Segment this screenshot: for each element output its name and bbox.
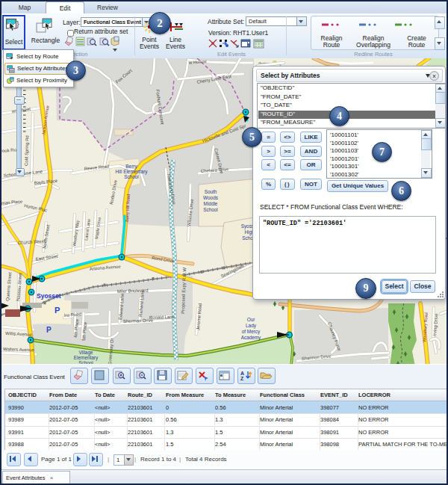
- svg-text:Lady: Lady: [246, 323, 257, 329]
- svg-text:School: School: [78, 360, 93, 364]
- svg-text:School: School: [203, 207, 218, 212]
- svg-text:Academy: Academy: [241, 335, 261, 341]
- svg-text:South: South: [205, 189, 217, 194]
- svg-text:Woods: Woods: [203, 195, 218, 200]
- svg-text:School: School: [124, 174, 139, 179]
- svg-text:Our: Our: [247, 317, 256, 322]
- svg-text:Z: Z: [240, 376, 244, 381]
- svg-text:A: A: [240, 371, 244, 376]
- svg-text:of Mercy: of Mercy: [242, 329, 261, 335]
- svg-text:Ronald Lane: Ronald Lane: [149, 315, 175, 320]
- svg-text:P: P: [55, 306, 60, 315]
- svg-text:Syosset: Syosset: [37, 292, 61, 300]
- svg-text:}: }: [16, 19, 19, 28]
- svg-text:P: P: [46, 326, 52, 334]
- svg-text:Middle: Middle: [204, 201, 218, 206]
